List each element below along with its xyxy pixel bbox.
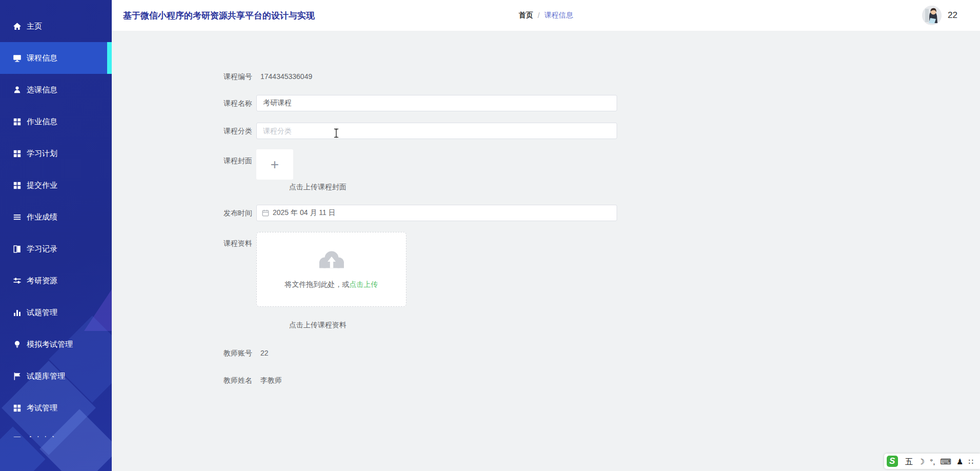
publish-time-value: 2025 年 04 月 11 日 <box>273 208 336 218</box>
course-name-input[interactable] <box>256 95 617 111</box>
sidebar-item-label: 试题库管理 <box>27 371 65 381</box>
bar-chart-icon <box>13 308 22 317</box>
sidebar-item-label: 选课信息 <box>27 85 57 95</box>
course-id-label: 课程编号 <box>223 71 252 82</box>
soft-keyboard-icon[interactable]: ⌨ <box>940 458 951 465</box>
user-badge[interactable]: 22 <box>948 10 957 21</box>
course-cover-label: 课程封面 <box>223 149 252 166</box>
breadcrumb-home[interactable]: 首页 <box>519 11 533 20</box>
upload-cloud-icon <box>317 249 346 273</box>
page-title: 基于微信小程序的考研资源共享平台的设计与实现 <box>123 10 315 22</box>
sidebar-item-course-info[interactable]: 课程信息 <box>0 42 112 74</box>
sidebar-item-personal-center[interactable]: 个人中心 <box>0 424 112 437</box>
grid-icon <box>13 149 22 158</box>
sidebar: 主页课程信息选课信息作业信息学习计划提交作业作业成绩学习记录考研资源试题管理模拟… <box>0 0 112 471</box>
monitor-icon <box>13 54 22 63</box>
person-icon[interactable]: ♟ <box>956 458 963 465</box>
sidebar-item-study-records[interactable]: 学习记录 <box>0 233 112 265</box>
course-category-label: 课程分类 <box>223 123 252 139</box>
punctuation-icon[interactable]: °, <box>930 458 935 465</box>
ime-toolbar: S 五☽°,⌨♟∷ <box>884 454 980 469</box>
course-material-row: 课程资料 将文件拖到此处，或点击上传 点击上传课程资料 <box>223 232 406 307</box>
user-box: 22 <box>922 6 957 25</box>
breadcrumb-current[interactable]: 课程信息 <box>544 11 573 20</box>
sidebar-item-label: 学习计划 <box>27 149 57 159</box>
flag-icon <box>13 372 22 381</box>
moon-mode-icon[interactable]: ☽ <box>918 458 925 465</box>
teacher-account-label: 教师账号 <box>223 348 252 358</box>
sidebar-item-course-selection[interactable]: 选课信息 <box>0 74 112 106</box>
publish-time-picker[interactable]: 2025 年 04 月 11 日 <box>256 205 617 221</box>
course-category-input[interactable] <box>256 123 617 139</box>
teacher-name-row: 教师姓名 李教师 <box>223 375 282 385</box>
sidebar-item-kaoyan-resources[interactable]: 考研资源 <box>0 265 112 297</box>
course-cover-row: 课程封面 + 点击上传课程封面 <box>223 149 293 180</box>
book-icon <box>13 245 22 253</box>
sidebar-item-homework-info[interactable]: 作业信息 <box>0 106 112 138</box>
cover-upload-button[interactable]: + <box>256 149 293 180</box>
wubi-mode-icon[interactable]: 五 <box>905 458 913 465</box>
sidebar-item-label: 试题管理 <box>27 308 57 318</box>
home-icon <box>13 22 22 31</box>
user-icon <box>13 86 22 94</box>
cover-upload-hint: 点击上传课程封面 <box>289 183 346 192</box>
sogou-ime-logo-icon[interactable]: S <box>887 456 898 467</box>
course-id-row: 课程编号 1744345336049 <box>223 71 312 82</box>
drop-zone-text: 将文件拖到此处，或点击上传 <box>285 280 378 289</box>
id-card-icon <box>13 436 22 438</box>
avatar-photo <box>922 6 942 25</box>
sidebar-item-question-management[interactable]: 试题管理 <box>0 297 112 328</box>
sidebar-item-label: 主页 <box>27 22 42 31</box>
breadcrumb-separator: / <box>538 11 540 19</box>
header: 基于微信小程序的考研资源共享平台的设计与实现 首页 / 课程信息 22 <box>112 0 980 31</box>
avatar[interactable] <box>922 6 942 25</box>
sidebar-item-home[interactable]: 主页 <box>0 10 112 42</box>
grid-icon <box>13 181 22 190</box>
sidebar-item-submit-homework[interactable]: 提交作业 <box>0 169 112 201</box>
sidebar-item-label: 学习记录 <box>27 244 57 254</box>
material-upload-hint: 点击上传课程资料 <box>289 321 346 330</box>
bulb-icon <box>13 340 22 349</box>
sidebar-item-mock-exam-management[interactable]: 模拟考试管理 <box>0 328 112 360</box>
teacher-account-value: 22 <box>256 348 269 358</box>
sidebar-item-label: 作业成绩 <box>27 212 57 222</box>
sidebar-item-question-bank-management[interactable]: 试题库管理 <box>0 360 112 392</box>
teacher-name-value: 李教师 <box>256 375 282 385</box>
sidebar-item-homework-grades[interactable]: 作业成绩 <box>0 201 112 233</box>
course-id-value: 1744345336049 <box>256 71 312 82</box>
ime-items: 五☽°,⌨♟∷ <box>903 458 976 465</box>
course-name-row: 课程名称 <box>223 95 617 111</box>
grid-icon <box>13 117 22 126</box>
sidebar-item-label: 个人中心 <box>27 435 57 438</box>
calendar-icon <box>262 209 269 217</box>
sliders-icon <box>13 277 22 285</box>
sidebar-item-exam-management[interactable]: 考试管理 <box>0 392 112 424</box>
sidebar-item-label: 作业信息 <box>27 117 57 127</box>
main-content: 课程编号 1744345336049 课程名称 课程分类 课程封面 + 点击上传… <box>112 31 980 471</box>
sidebar-item-label: 模拟考试管理 <box>27 340 73 349</box>
list-icon <box>13 213 22 222</box>
publish-time-label: 发布时间 <box>223 205 252 221</box>
sidebar-item-label: 课程信息 <box>27 53 57 63</box>
course-material-label: 课程资料 <box>223 232 252 248</box>
click-upload-link[interactable]: 点击上传 <box>350 280 378 288</box>
plus-icon: + <box>271 158 279 172</box>
grid-icon <box>13 404 22 413</box>
publish-time-row: 发布时间 2025 年 04 月 11 日 <box>223 205 617 221</box>
sidebar-item-label: 提交作业 <box>27 181 57 190</box>
course-name-label: 课程名称 <box>223 95 252 111</box>
drag-text: 将文件拖到此处，或 <box>285 280 350 288</box>
sidebar-item-label: 考试管理 <box>27 403 57 413</box>
breadcrumb: 首页 / 课程信息 <box>519 11 573 20</box>
toolbox-grid-icon[interactable]: ∷ <box>968 458 973 465</box>
teacher-account-row: 教师账号 22 <box>223 348 269 358</box>
course-category-row: 课程分类 <box>223 123 617 139</box>
material-drop-zone[interactable]: 将文件拖到此处，或点击上传 <box>256 232 406 307</box>
teacher-name-label: 教师姓名 <box>223 375 252 385</box>
sidebar-menu: 主页课程信息选课信息作业信息学习计划提交作业作业成绩学习记录考研资源试题管理模拟… <box>0 0 112 437</box>
sidebar-item-label: 考研资源 <box>27 276 57 286</box>
sidebar-item-study-plan[interactable]: 学习计划 <box>0 138 112 169</box>
